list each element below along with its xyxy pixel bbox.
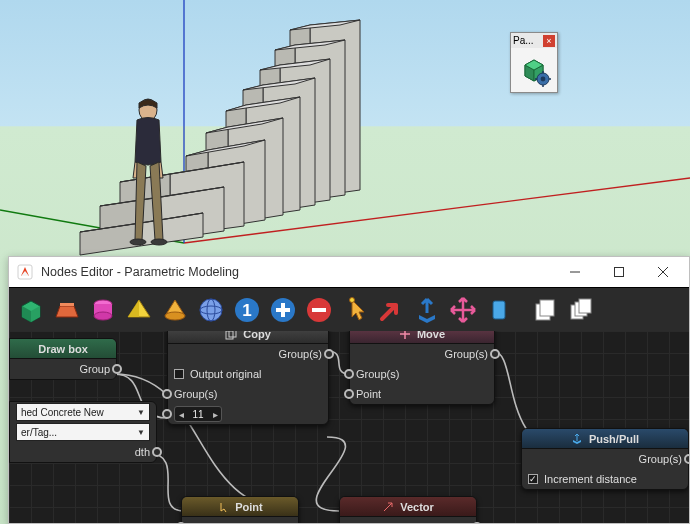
- chevron-down-icon: ▼: [137, 408, 145, 417]
- input-port[interactable]: [176, 522, 186, 523]
- node-canvas[interactable]: Draw box Group hed Concrete New▼ er/Tag.…: [9, 331, 689, 523]
- nodes-editor-window: Nodes Editor - Parametric Modeling 1: [8, 256, 690, 524]
- move-icon: [399, 331, 411, 340]
- port-label: Group(s): [174, 388, 217, 400]
- svg-point-75: [350, 297, 355, 302]
- output-port[interactable]: [684, 454, 689, 464]
- copy-pages-icon[interactable]: [529, 294, 561, 326]
- port-label: Point: [356, 388, 381, 400]
- node-title: Vector: [400, 501, 434, 513]
- svg-rect-77: [493, 301, 505, 319]
- parametric-palette[interactable]: Pa... ×: [510, 32, 558, 93]
- node-draw-box[interactable]: Draw box Group: [9, 338, 117, 380]
- port-label: dth: [135, 446, 150, 458]
- cone-icon[interactable]: [159, 294, 191, 326]
- svg-point-41: [541, 77, 546, 82]
- input-port[interactable]: [162, 409, 172, 419]
- svg-point-64: [165, 312, 185, 320]
- window-title: Nodes Editor - Parametric Modeling: [41, 265, 553, 279]
- svg-marker-56: [56, 306, 78, 317]
- step-up-icon[interactable]: ▸: [209, 409, 221, 420]
- svg-point-65: [200, 299, 222, 321]
- input-port[interactable]: [344, 389, 354, 399]
- output-port[interactable]: [112, 364, 122, 374]
- close-button[interactable]: [641, 258, 685, 286]
- port-label: Group(s): [639, 453, 682, 465]
- svg-point-34: [130, 239, 146, 245]
- port-label: Group(s): [356, 368, 399, 380]
- node-title: Move: [417, 331, 445, 340]
- box-tool-icon[interactable]: [483, 294, 515, 326]
- step-down-icon[interactable]: ◂: [175, 409, 187, 420]
- output-original-checkbox[interactable]: [174, 369, 184, 379]
- port-label: Group: [79, 363, 110, 375]
- node-copy[interactable]: Copy Group(s) Output original Group(s) ◂…: [167, 331, 329, 425]
- svg-point-35: [151, 239, 167, 245]
- svg-marker-76: [419, 315, 435, 323]
- sketchup-icon: [17, 264, 33, 280]
- checkbox-label: Output original: [190, 368, 262, 380]
- move-cross-icon[interactable]: [447, 294, 479, 326]
- palette-close-button[interactable]: ×: [543, 35, 555, 47]
- node-toolbar: 1: [9, 287, 689, 331]
- node-title: Point: [235, 501, 263, 513]
- titlebar[interactable]: Nodes Editor - Parametric Modeling: [9, 257, 689, 287]
- pyramid-icon[interactable]: [123, 294, 155, 326]
- plus-icon[interactable]: [267, 294, 299, 326]
- checkbox-label: Increment distance: [544, 473, 637, 485]
- pages-icon[interactable]: [565, 294, 597, 326]
- node-move[interactable]: Move Group(s) Group(s) Point: [349, 331, 495, 405]
- minimize-button[interactable]: [553, 258, 597, 286]
- node-push-pull[interactable]: Push/Pull Group(s) Increment distance: [521, 428, 689, 490]
- output-port[interactable]: [152, 447, 162, 457]
- select-icon[interactable]: [339, 294, 371, 326]
- side-properties: hed Concrete New▼ er/Tag...▼ dth: [9, 401, 157, 463]
- maximize-button[interactable]: [597, 258, 641, 286]
- cube-icon[interactable]: [15, 294, 47, 326]
- sphere-icon[interactable]: [195, 294, 227, 326]
- node-title: Push/Pull: [589, 433, 639, 445]
- svg-rect-79: [540, 300, 554, 316]
- svg-marker-57: [60, 303, 74, 306]
- minus-icon[interactable]: [303, 294, 335, 326]
- node-point[interactable]: Point: [181, 496, 299, 523]
- node-title: Copy: [243, 331, 271, 340]
- output-port[interactable]: [472, 522, 482, 523]
- tag-dropdown[interactable]: er/Tag...▼: [16, 423, 150, 441]
- increment-checkbox[interactable]: [528, 474, 538, 484]
- svg-text:1: 1: [242, 301, 251, 320]
- material-dropdown[interactable]: hed Concrete New▼: [16, 403, 150, 421]
- output-port[interactable]: [324, 349, 334, 359]
- svg-point-60: [94, 312, 112, 320]
- copy-icon: [225, 331, 237, 340]
- extrude-icon[interactable]: [411, 294, 443, 326]
- port-label: Group(s): [279, 348, 322, 360]
- cube-gear-icon: [517, 53, 551, 87]
- input-port[interactable]: [344, 369, 354, 379]
- output-port[interactable]: [490, 349, 500, 359]
- palette-title: Pa...: [513, 35, 543, 46]
- port-label: Vector: [439, 521, 470, 523]
- vector-icon: [382, 501, 394, 513]
- svg-rect-50: [615, 268, 624, 277]
- pushpull-icon: [571, 433, 583, 445]
- pushpull-arrow-icon[interactable]: [375, 294, 407, 326]
- port-label: Group(s): [445, 348, 488, 360]
- input-port[interactable]: [162, 389, 172, 399]
- palette-body[interactable]: [511, 48, 557, 92]
- prism-icon[interactable]: [51, 294, 83, 326]
- point-icon: [217, 501, 229, 513]
- node-vector[interactable]: Vector Vector: [339, 496, 477, 523]
- svg-rect-82: [579, 299, 591, 313]
- node-title: Draw box: [10, 339, 116, 359]
- chevron-down-icon: ▼: [137, 428, 145, 437]
- copies-number-input[interactable]: ◂ 11 ▸: [174, 406, 222, 422]
- one-icon[interactable]: 1: [231, 294, 263, 326]
- cylinder-icon[interactable]: [87, 294, 119, 326]
